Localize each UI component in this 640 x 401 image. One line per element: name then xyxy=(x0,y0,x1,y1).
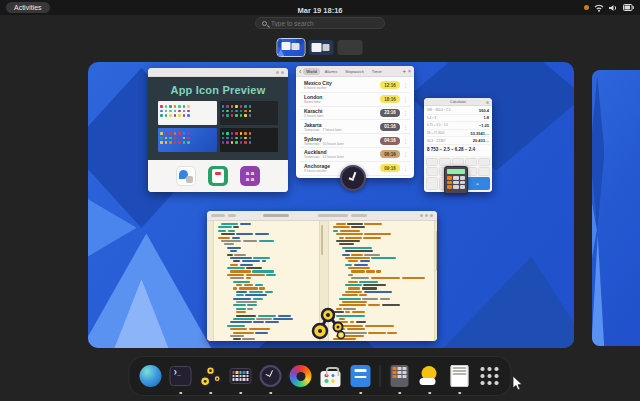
dock-item-files[interactable] xyxy=(348,357,374,395)
adjacent-workspace-preview[interactable] xyxy=(592,70,640,346)
clocks-headerbar[interactable]: ‹ World Alarms Stopwatch Timer + × xyxy=(296,66,414,77)
dock-item-web[interactable] xyxy=(138,357,164,395)
wifi-icon xyxy=(594,4,604,12)
dock-item-clocks[interactable] xyxy=(258,357,284,395)
code-line xyxy=(233,287,317,289)
code-line xyxy=(345,264,432,266)
close-icon[interactable] xyxy=(281,71,284,74)
world-clock-row[interactable]: JakartaTomorrow · 7 hours later01:16⋮ xyxy=(300,120,410,134)
city-info: JakartaTomorrow · 7 hours later xyxy=(304,122,342,132)
code-line xyxy=(227,247,317,249)
code-pane-left[interactable] xyxy=(214,221,319,341)
time-offset: Same time xyxy=(304,100,322,104)
calculator-input[interactable]: 8 753 − 2.5 − 6.28 − 2.4 xyxy=(424,145,492,155)
header-tab[interactable] xyxy=(318,214,348,217)
code-line xyxy=(236,301,317,303)
code-line xyxy=(336,328,432,330)
row-menu-icon[interactable]: ⋮ xyxy=(403,165,406,171)
row-menu-icon[interactable]: ⋮ xyxy=(403,96,406,102)
keypad-button[interactable] xyxy=(478,158,490,166)
calculator-headerbar[interactable]: Calculator xyxy=(424,98,492,106)
window-controls[interactable] xyxy=(486,101,489,104)
history-row[interactable]: 5.4 ÷ 31.8 xyxy=(427,115,489,123)
keypad-button[interactable] xyxy=(426,177,438,190)
equals-button[interactable]: = xyxy=(465,177,490,190)
row-menu-icon[interactable]: ⋮ xyxy=(403,124,406,130)
running-indicator xyxy=(239,392,242,395)
world-clock-row[interactable]: AucklandTomorrow · 12 hours later06:16⋮ xyxy=(300,148,410,162)
row-menu-icon[interactable]: ⋮ xyxy=(403,151,406,157)
code-line xyxy=(348,274,432,276)
keypad-button[interactable] xyxy=(426,167,438,175)
minimize-icon[interactable] xyxy=(420,214,423,217)
dock-item-software[interactable] xyxy=(318,357,344,395)
code-line xyxy=(221,240,317,242)
dock-item-builder[interactable] xyxy=(198,357,224,395)
editor-headerbar[interactable] xyxy=(207,211,437,221)
dock-item-calculator[interactable] xyxy=(387,357,413,395)
history-row[interactable]: 998 − 900.4 ÷ 2.5560.4 xyxy=(427,107,489,115)
time-pill: 06:16 xyxy=(380,150,400,158)
header-button[interactable] xyxy=(351,214,367,217)
history-row[interactable]: 26 + 27.354153.3541… xyxy=(427,130,489,138)
window-controls[interactable] xyxy=(420,214,433,217)
dock-item-color-wheel[interactable] xyxy=(288,357,314,395)
code-line xyxy=(339,318,432,320)
back-chevron-icon[interactable]: ‹ xyxy=(299,68,301,75)
world-clock-row[interactable]: LondonSame time18:16⋮ xyxy=(300,93,410,107)
header-tab[interactable] xyxy=(211,214,225,217)
workspace-thumbnail-2[interactable] xyxy=(309,40,334,55)
running-indicator xyxy=(359,392,362,395)
world-clock-row[interactable]: Karachi5 hours later23:16⋮ xyxy=(300,107,410,121)
search-input[interactable] xyxy=(271,20,378,27)
window-clocks[interactable]: ‹ World Alarms Stopwatch Timer + × Mexic… xyxy=(296,66,414,178)
row-menu-icon[interactable]: ⋮ xyxy=(403,138,406,144)
header-button[interactable] xyxy=(228,214,236,217)
keypad-button[interactable] xyxy=(478,167,490,175)
system-status-area[interactable] xyxy=(584,0,634,15)
code-line xyxy=(345,250,432,252)
code-line xyxy=(233,298,317,300)
tab-world[interactable]: World xyxy=(303,68,319,75)
window-button[interactable] xyxy=(276,71,279,74)
keypad-button[interactable] xyxy=(426,158,438,166)
calculator-icon xyxy=(391,365,409,387)
clocks-app-icon xyxy=(340,165,366,191)
window-app-icon-preview[interactable]: App Icon Preview a a a a xyxy=(148,68,288,192)
dock-item-documents[interactable] xyxy=(447,357,473,395)
active-workspace[interactable]: App Icon Preview a a a a ‹ xyxy=(88,62,574,348)
history-row[interactable]: 44.3 − 23.86720.433… xyxy=(427,137,489,145)
history-result: 1.8 xyxy=(483,115,489,120)
keypad-button[interactable] xyxy=(465,158,477,166)
workspace-thumbnail-1[interactable] xyxy=(278,39,305,56)
row-menu-icon[interactable]: ⋮ xyxy=(403,110,406,116)
tab-alarms[interactable]: Alarms xyxy=(322,68,340,75)
code-line xyxy=(221,223,317,225)
tab-timer[interactable]: Timer xyxy=(369,68,385,75)
history-row[interactable]: 0.75 + 3.5 − 5.5−1.25 xyxy=(427,122,489,130)
code-line xyxy=(336,233,432,235)
world-clock-row[interactable]: Mexico City6 hours earlier12:16⋮ xyxy=(300,79,410,93)
maximize-icon[interactable] xyxy=(425,214,428,217)
dock-item-keyboard[interactable] xyxy=(228,357,254,395)
add-clock-button[interactable]: + xyxy=(403,68,407,74)
dock-item-terminal[interactable]: ❯_ xyxy=(168,357,194,395)
clock-label[interactable]: Mar 19 18:16 xyxy=(297,6,342,15)
code-line xyxy=(227,267,317,269)
running-indicator xyxy=(209,392,212,395)
row-menu-icon[interactable]: ⋮ xyxy=(403,82,406,88)
world-clock-row[interactable]: SydneyTomorrow · 10 hours later04:16⋮ xyxy=(300,134,410,148)
window-titlebar[interactable] xyxy=(148,68,288,77)
close-icon[interactable] xyxy=(486,101,489,104)
window-controls[interactable] xyxy=(276,71,284,74)
close-icon[interactable]: × xyxy=(408,68,411,74)
wallpaper xyxy=(592,70,640,346)
dock-item-app-grid[interactable] xyxy=(477,357,503,395)
scrollbar[interactable] xyxy=(434,221,437,341)
tab-stopwatch[interactable]: Stopwatch xyxy=(342,68,367,75)
workspace-thumbnail-3[interactable] xyxy=(338,40,363,55)
search-bar[interactable] xyxy=(255,17,385,29)
dock-item-weather[interactable] xyxy=(417,357,443,395)
close-icon[interactable] xyxy=(430,214,433,217)
code-line xyxy=(336,321,432,323)
